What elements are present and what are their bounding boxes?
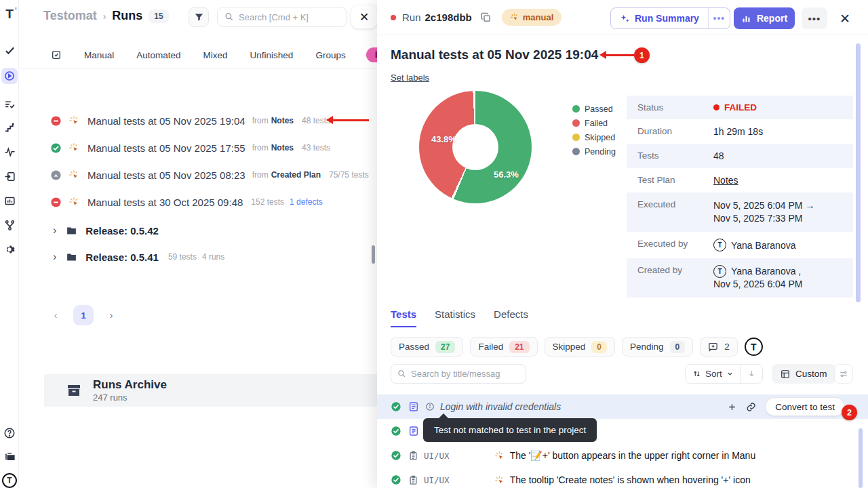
run-defects-link[interactable]: 1 defects (290, 197, 323, 207)
analytics-icon[interactable] (0, 195, 19, 207)
tab-unfinished[interactable]: Unfinished (250, 50, 294, 60)
filter-button[interactable] (189, 7, 209, 27)
breadcrumb-section[interactable]: Runs (112, 9, 142, 23)
run-row[interactable]: Manual tests at 05 Nov 2025 19:04 from N… (19, 107, 377, 134)
manual-click-icon (494, 475, 505, 485)
divider (19, 68, 377, 68)
runs-archive-row[interactable]: Runs Archive 247 runs (44, 374, 377, 407)
status-failed-value: FAILED (713, 102, 757, 113)
check-icon[interactable] (0, 45, 19, 56)
report-button[interactable]: Report (734, 7, 795, 29)
legend-item-skipped: Skipped (572, 130, 616, 144)
tests-search[interactable] (391, 364, 526, 384)
info-row-duration: Duration 1h 29m 18s (627, 119, 853, 144)
tab-manual[interactable]: Manual (84, 50, 114, 60)
test-tag: UI/UX (424, 451, 450, 461)
tab-statistics[interactable]: Statistics (435, 308, 475, 327)
chevron-right-icon[interactable]: › (53, 251, 56, 263)
convert-to-test-button[interactable]: Convert to test (765, 397, 845, 416)
branch-icon[interactable] (0, 220, 19, 231)
release-folder-row[interactable]: › Release: 0.5.41 59 tests 4 runs (19, 245, 377, 269)
runs-nav-icon[interactable] (1, 68, 18, 84)
run-row[interactable]: Manual tests at 05 Nov 2025 08:23 from C… (19, 161, 377, 188)
run-summary-more-button[interactable]: ••• (708, 8, 730, 28)
user-avatar[interactable]: T (0, 473, 19, 488)
manual-click-icon (510, 13, 519, 22)
results-donut-chart (419, 91, 532, 203)
run-title: Manual tests at 05 Nov 2025 19:04 (87, 115, 245, 127)
pulse-icon[interactable] (0, 146, 19, 158)
sort-arrows-icon (692, 369, 701, 378)
chip-skipped[interactable]: Skipped 0 (545, 337, 615, 357)
donut-passed-label: 56.3% (494, 169, 519, 180)
link-icon[interactable] (746, 402, 756, 412)
runs-search[interactable] (217, 7, 347, 27)
note-icon (408, 426, 419, 436)
run-row[interactable]: Manual tests at 05 Nov 2025 17:55 from N… (19, 134, 377, 161)
chip-failed[interactable]: Failed 21 (470, 337, 537, 357)
help-icon[interactable] (0, 427, 19, 439)
tab-groups[interactable]: Groups (315, 50, 345, 60)
test-row[interactable]: UI/UX The tooltip 'Create notes' is show… (377, 468, 868, 488)
tests-search-input[interactable] (411, 369, 513, 379)
app-logo[interactable]: T (0, 7, 19, 22)
tab-tests[interactable]: Tests (391, 308, 416, 327)
tests-scrollbar[interactable] (859, 428, 863, 488)
test-tag: UI/UX (424, 475, 450, 485)
manual-click-icon (68, 142, 79, 153)
tab-automated[interactable]: Automated (136, 50, 180, 60)
close-panel-button[interactable]: ✕ (835, 9, 854, 28)
run-id: 2c198dbb (425, 12, 472, 23)
run-row[interactable]: Manual tests at 30 Oct 2025 09:48 152 te… (19, 188, 377, 216)
detail-scrollbar[interactable] (856, 43, 861, 302)
manual-click-icon (494, 451, 505, 461)
prev-page-button[interactable]: ‹ (49, 310, 62, 321)
passed-check-icon (391, 450, 401, 461)
test-row[interactable]: Login with invalid credentials Convert t… (377, 394, 868, 419)
detail-tabs: Tests Statistics Defects (391, 308, 528, 327)
result-filter-chips: Passed 27 Failed 21 Skipped 0 Pending 0 … (391, 337, 763, 357)
copy-icon[interactable] (481, 12, 491, 22)
next-page-button[interactable]: › (104, 310, 118, 321)
gear-icon[interactable] (0, 244, 19, 256)
custom-view-button[interactable]: Custom (772, 364, 836, 384)
breadcrumb-project[interactable]: Testomat (43, 9, 97, 23)
docs-icon[interactable] (0, 450, 19, 463)
sort-direction-button[interactable] (741, 365, 762, 383)
tab-mixed[interactable]: Mixed (203, 50, 228, 60)
chevron-right-icon[interactable]: › (53, 224, 56, 237)
steps-icon[interactable] (0, 122, 19, 134)
skipped-dot-icon (572, 134, 580, 141)
test-plan-link[interactable]: Notes (713, 175, 738, 186)
assignee-avatar[interactable]: T (745, 338, 763, 356)
search-close-button[interactable]: ✕ (351, 5, 377, 28)
chip-pending[interactable]: Pending 0 (622, 337, 693, 357)
run-detail-panel: Run 2c198dbb manual Run Summary ••• Repo… (377, 0, 868, 488)
runs-search-input[interactable] (239, 12, 334, 22)
runs-count-badge: 15 (149, 9, 168, 23)
chip-comments[interactable]: 2 (700, 337, 738, 357)
chip-passed[interactable]: Passed 27 (391, 337, 463, 357)
archive-subtitle: 247 runs (93, 392, 167, 403)
select-all-icon[interactable] (51, 49, 62, 60)
user-avatar: T (713, 265, 726, 278)
sliders-icon[interactable] (834, 364, 853, 384)
sort-button[interactable]: Sort (686, 365, 741, 383)
run-summary-button[interactable]: Run Summary (611, 8, 708, 28)
list-check-icon[interactable] (0, 99, 19, 110)
run-tests-count: 152 tests (251, 197, 284, 207)
clipboard-icon (408, 475, 418, 485)
set-labels-link[interactable]: Set labels (391, 73, 429, 83)
run-title: Manual tests at 30 Oct 2025 09:48 (87, 197, 243, 208)
grid-icon (781, 369, 790, 379)
plus-icon[interactable] (727, 402, 737, 412)
info-row-executed: Executed Nov 5, 2025 6:04 PM → Nov 5, 20… (627, 192, 853, 232)
release-folder-row[interactable]: › Release: 0.5.42 (19, 218, 377, 243)
page-number-button[interactable]: 1 (73, 305, 94, 325)
test-row[interactable]: UI/UX The '📝+' button appears in the upp… (377, 443, 868, 468)
panel-more-button[interactable]: ••• (802, 7, 827, 29)
list-scrollbar[interactable] (372, 245, 375, 264)
tab-defects[interactable]: Defects (494, 308, 528, 327)
tab-estimate-badge[interactable]: Estim (366, 47, 377, 62)
import-icon[interactable] (0, 171, 19, 182)
